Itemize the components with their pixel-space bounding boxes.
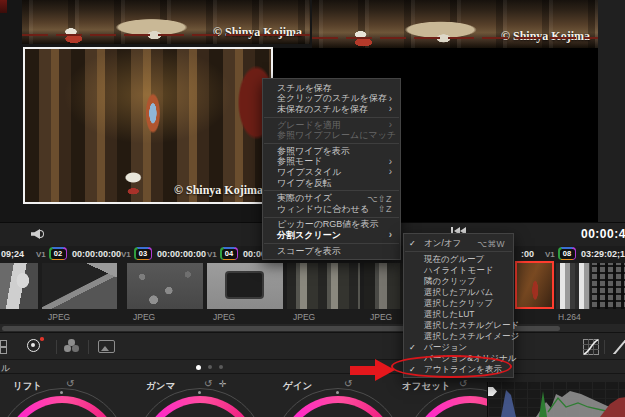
speaker-icon bbox=[31, 229, 40, 239]
clip-timecode: 00:00:00:00 bbox=[157, 249, 206, 259]
split-screen-image-current-outlined[interactable]: © Shinya Kojima bbox=[23, 47, 273, 204]
clip-number-badge[interactable]: 04 bbox=[220, 247, 238, 260]
clip-thumbnail[interactable] bbox=[0, 263, 38, 309]
clip-format-label: JPEG bbox=[213, 312, 235, 322]
clip-format-label: H.264 bbox=[558, 312, 581, 322]
menu-item-現在のグループ[interactable]: ✓ 現在のグループ › bbox=[404, 254, 513, 265]
active-dot-icon bbox=[40, 337, 44, 341]
menu-separator bbox=[405, 251, 512, 252]
page-dot[interactable] bbox=[208, 365, 212, 369]
menu-item-label: ウィンドウに合わせる bbox=[277, 203, 369, 216]
wheel-label-gamma: ガンマ bbox=[146, 380, 175, 393]
wheel-tick bbox=[336, 391, 339, 394]
watermark-text: © Shinya Kojima bbox=[501, 29, 590, 44]
submenu-arrow-icon: › bbox=[389, 104, 392, 114]
crosshair-icon[interactable]: ✛ bbox=[219, 379, 227, 389]
clip-thumbnail[interactable] bbox=[556, 263, 590, 309]
submenu-arrow-icon: › bbox=[389, 157, 392, 167]
wheel-tick bbox=[198, 391, 201, 394]
toolbar-divider bbox=[88, 340, 89, 354]
watermark-text: © Shinya Kojima bbox=[174, 183, 263, 198]
track-label: V1 bbox=[36, 250, 46, 259]
track-label: V1 bbox=[545, 250, 555, 259]
menu-item-オン/オフ[interactable]: ✓ オン/オフ ⌥⌘W › bbox=[404, 238, 513, 249]
menu-item-選択したスチルイメージ[interactable]: ✓ 選択したスチルイメージ › bbox=[404, 331, 513, 342]
menu-item-選択したクリップ[interactable]: ✓ 選択したクリップ › bbox=[404, 298, 513, 309]
viewer-context-menu: ✓ スチルを保存 › ✓ 全クリップのスチルを保存 › ✓ 未保存のスチルを保存… bbox=[262, 78, 401, 260]
menu-item-隣のクリップ[interactable]: ✓ 隣のクリップ › bbox=[404, 276, 513, 287]
menu-item-選択したスチルグレード[interactable]: ✓ 選択したスチルグレード › bbox=[404, 320, 513, 331]
watermark-text: © Shinya Kojima bbox=[213, 25, 302, 40]
wheel-label-offset: オフセット bbox=[402, 380, 451, 393]
menu-item-label: オン/オフ bbox=[424, 238, 461, 250]
master-timecode: 00:00:4 bbox=[581, 227, 625, 241]
page-dot-active[interactable] bbox=[196, 365, 201, 370]
toolbar-divider bbox=[56, 340, 57, 354]
menu-item-shortcut: ⇧Z bbox=[378, 204, 392, 214]
clip-format-label: JPEG bbox=[133, 312, 155, 322]
menu-item-ワイプを反転[interactable]: ✓ ワイプを反転 › bbox=[263, 178, 400, 189]
stills-icon[interactable] bbox=[98, 340, 115, 353]
current-clip-thumbnail[interactable] bbox=[515, 261, 554, 309]
clip-number-badge[interactable]: 02 bbox=[49, 247, 67, 260]
palette-toolbar bbox=[0, 332, 625, 360]
speaker-wave-icon bbox=[40, 230, 44, 238]
menu-item-ウィンドウに合わせる[interactable]: ✓ ウィンドウに合わせる ⇧Z › bbox=[263, 204, 400, 215]
wheel-tick bbox=[60, 391, 63, 394]
clip-timecode: 00:00:00:00 bbox=[72, 249, 121, 259]
submenu-arrow-icon: › bbox=[389, 94, 392, 104]
primaries-wheels-icon[interactable] bbox=[64, 339, 79, 353]
menu-item-label: 参照ワイプフレームにマッチ bbox=[277, 129, 396, 142]
curves-histogram[interactable] bbox=[487, 382, 625, 417]
menu-item-分割スクリーン[interactable]: ✓ 分割スクリーン › bbox=[263, 230, 400, 241]
clip-format-label: JPEG bbox=[48, 312, 70, 322]
panel-header: ル bbox=[0, 360, 625, 374]
gamma-wheel[interactable] bbox=[142, 396, 258, 417]
menu-item-未保存のスチルを保存[interactable]: ✓ 未保存のスチルを保存 › bbox=[263, 104, 400, 115]
clip-thumbnail[interactable] bbox=[592, 263, 625, 309]
wheel-label-lift: リフト bbox=[13, 380, 42, 393]
curves-icon[interactable] bbox=[583, 339, 599, 359]
track-label: V1 bbox=[121, 250, 131, 259]
menu-item-ハイライトモード[interactable]: ✓ ハイライトモード › bbox=[404, 265, 513, 276]
menu-item-label: 未保存のスチルを保存 bbox=[277, 103, 368, 116]
clip-thumbnail[interactable] bbox=[287, 263, 360, 309]
clip-thumbnail[interactable] bbox=[207, 263, 283, 309]
shot-match-icon[interactable] bbox=[0, 340, 7, 354]
menu-item-shortcut: ⌥⌘W bbox=[477, 239, 505, 249]
menu-item-バージョン[interactable]: ✓ バージョン › bbox=[404, 342, 513, 353]
clip-format-label: JPEG bbox=[293, 312, 315, 322]
menu-item-label: スコープを表示 bbox=[277, 245, 341, 258]
clip-number-badge[interactable]: 03 bbox=[134, 247, 152, 260]
wheel-label-gain: ゲイン bbox=[283, 380, 312, 393]
menu-item-スコープを表示[interactable]: ✓ スコープを表示 › bbox=[263, 246, 400, 257]
clip-timecode: 03:29:02;18 bbox=[581, 249, 625, 259]
menu-item-参照ワイプフレームにマッチ[interactable]: ✓ 参照ワイプフレームにマッチ › bbox=[263, 130, 400, 141]
menu-item-選択したアルバム[interactable]: ✓ 選択したアルバム › bbox=[404, 287, 513, 298]
clip-thumbnail[interactable] bbox=[42, 263, 117, 309]
menu-item-shortcut: ⌥⇧Z bbox=[367, 194, 392, 204]
mute-audio-icon[interactable] bbox=[31, 229, 45, 239]
menu-item-選択したLUT[interactable]: ✓ 選択したLUT › bbox=[404, 309, 513, 320]
checkmark-icon: ✓ bbox=[409, 343, 416, 352]
color-wheels-mode-icon[interactable] bbox=[27, 339, 40, 352]
submenu-arrow-icon: › bbox=[389, 230, 392, 240]
viewer-side-panel bbox=[598, 0, 625, 222]
split-screen-image-top-left[interactable]: © Shinya Kojima bbox=[22, 0, 310, 44]
checkmark-icon: ✓ bbox=[409, 239, 416, 248]
clip-number-badge[interactable]: 08 bbox=[558, 247, 576, 260]
menu-item-label: 分割スクリーン bbox=[277, 229, 341, 242]
gain-wheel[interactable] bbox=[280, 396, 396, 417]
split-screen-image-top-right[interactable]: © Shinya Kojima bbox=[312, 0, 598, 48]
qualifier-icon[interactable] bbox=[613, 339, 625, 354]
page-dot[interactable] bbox=[219, 365, 223, 369]
submenu-arrow-icon: › bbox=[389, 167, 392, 177]
lift-wheel[interactable] bbox=[4, 396, 120, 417]
gallery-thumbnail-edge bbox=[0, 0, 7, 13]
clip-thumbnail[interactable] bbox=[127, 263, 203, 309]
menu-item-label: ワイプを反転 bbox=[277, 177, 332, 190]
track-label: V1 bbox=[207, 250, 217, 259]
toolbar-divider bbox=[604, 340, 605, 354]
annotation-ellipse bbox=[391, 355, 512, 378]
annotation-arrow bbox=[350, 359, 395, 382]
